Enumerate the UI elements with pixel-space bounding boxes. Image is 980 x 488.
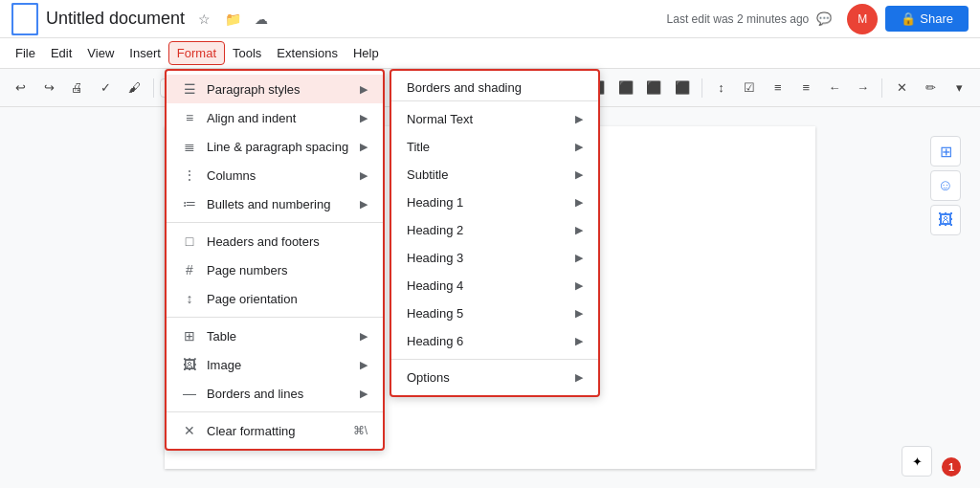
decrease-indent-button[interactable]: ←: [821, 75, 848, 101]
format-menu-paragraph-styles[interactable]: ☰ Paragraph styles ▶: [167, 75, 383, 103]
para-heading3-label: Heading 3: [407, 251, 463, 265]
format-menu-page-numbers[interactable]: # Page numbers: [167, 255, 383, 284]
table-arrow: ▶: [360, 330, 368, 343]
menu-format[interactable]: Format: [168, 41, 225, 65]
line-spacing-button[interactable]: ↕: [708, 75, 735, 101]
title-icons: ☆ 📁 ☁: [192, 8, 273, 31]
toolbar-separator-7: [881, 78, 882, 98]
spellcheck-button[interactable]: ✓: [93, 75, 120, 101]
borders-lines-icon: —: [182, 386, 197, 401]
para-heading1-label: Heading 1: [407, 195, 463, 210]
paint-format-button[interactable]: 🖌: [121, 75, 147, 101]
print-button[interactable]: 🖨: [64, 75, 91, 101]
increase-indent-button[interactable]: →: [850, 75, 877, 101]
para-subtitle[interactable]: Subtitle ▶: [391, 161, 598, 189]
para-submenu-header: Borders and shading: [391, 75, 598, 101]
svg-rect-2: [16, 11, 33, 12]
format-menu-clear-formatting[interactable]: ✕ Clear formatting ⌘\: [167, 416, 383, 445]
format-menu-headers-footers[interactable]: □ Headers and footers: [167, 227, 383, 255]
menu-edit[interactable]: Edit: [43, 42, 79, 64]
menu-file[interactable]: File: [8, 42, 43, 64]
folder-icon[interactable]: 📁: [221, 8, 244, 31]
format-menu-borders-lines[interactable]: — Borders and lines ▶: [167, 379, 383, 408]
fmt-divider-3: [167, 411, 383, 412]
format-menu-page-orientation[interactable]: ↕ Page orientation: [167, 284, 383, 313]
assistant-button[interactable]: ✦: [902, 446, 932, 477]
format-menu-table[interactable]: ⊞ Table ▶: [167, 322, 383, 350]
cloud-icon[interactable]: ☁: [250, 8, 273, 31]
share-icon: 🔒: [901, 11, 916, 26]
fmt-divider-1: [167, 222, 383, 223]
para-title[interactable]: Title ▶: [391, 133, 598, 161]
para-subtitle-label: Subtitle: [407, 167, 448, 182]
menu-tools[interactable]: Tools: [225, 42, 269, 64]
para-heading1-arrow: ▶: [575, 196, 583, 209]
star-icon[interactable]: ☆: [192, 8, 215, 31]
para-normal-text-arrow: ▶: [575, 113, 583, 125]
menu-help[interactable]: Help: [345, 42, 387, 64]
para-options[interactable]: Options ▶: [391, 364, 598, 391]
para-heading2[interactable]: Heading 2 ▶: [391, 216, 598, 244]
title-bar: Untitled document ☆ 📁 ☁ Last edit was 2 …: [0, 0, 980, 38]
borders-lines-arrow: ▶: [360, 388, 368, 400]
side-toolbar: ⊞ ☺ 🖼: [930, 136, 961, 235]
para-title-label: Title: [407, 140, 430, 154]
format-menu-bullets[interactable]: ≔ Bullets and numbering ▶: [167, 189, 383, 218]
justify-button[interactable]: ⬛: [669, 75, 696, 101]
menu-extensions[interactable]: Extensions: [269, 42, 345, 64]
para-heading6-label: Heading 6: [407, 334, 463, 348]
line-spacing-arrow: ▶: [360, 141, 368, 153]
top-right-actions: 💬 M 🔒 Share: [809, 4, 969, 34]
user-avatar[interactable]: M: [847, 4, 878, 34]
image-icon: 🖼: [182, 357, 197, 372]
side-add-button[interactable]: ⊞: [930, 136, 961, 166]
document-title: Untitled document: [46, 9, 185, 29]
page-numbers-icon: #: [182, 262, 197, 277]
align-right-button[interactable]: ⬛: [641, 75, 668, 101]
para-normal-text[interactable]: Normal Text ▶: [391, 105, 598, 133]
headers-footers-icon: □: [182, 233, 197, 249]
para-heading6[interactable]: Heading 6 ▶: [391, 327, 598, 355]
checklist-button[interactable]: ☑: [736, 75, 763, 101]
paragraph-styles-submenu: Borders and shading Normal Text ▶ Title …: [390, 69, 600, 397]
side-image-button[interactable]: 🖼: [930, 205, 961, 235]
page-orientation-icon: ↕: [182, 291, 197, 306]
side-emoji-button[interactable]: ☺: [930, 170, 961, 201]
format-menu-columns[interactable]: ⋮ Columns ▶: [167, 161, 383, 189]
columns-label: Columns: [207, 168, 256, 183]
redo-button[interactable]: ↪: [36, 75, 63, 101]
line-spacing-icon: ≣: [182, 139, 197, 154]
format-menu: ☰ Paragraph styles ▶ ≡ Align and indent …: [165, 69, 385, 451]
share-button[interactable]: 🔒 Share: [885, 6, 969, 32]
para-heading1[interactable]: Heading 1 ▶: [391, 189, 598, 216]
fmt-divider-2: [167, 317, 383, 318]
chevron-down-button[interactable]: ▾: [946, 75, 972, 101]
columns-icon: ⋮: [182, 167, 197, 183]
columns-arrow: ▶: [360, 169, 368, 182]
para-subtitle-arrow: ▶: [575, 168, 583, 181]
numbered-list-button[interactable]: ≡: [792, 75, 819, 101]
headers-footers-label: Headers and footers: [207, 234, 320, 249]
align-indent-label: Align and indent: [207, 111, 296, 125]
menu-insert[interactable]: Insert: [122, 42, 168, 64]
clear-format-button[interactable]: ✕: [888, 75, 915, 101]
format-menu-line-spacing[interactable]: ≣ Line & paragraph spacing ▶: [167, 132, 383, 161]
editing-mode-button[interactable]: ✏: [917, 75, 944, 101]
align-indent-icon: ≡: [182, 110, 197, 125]
bullets-arrow: ▶: [360, 198, 368, 211]
paragraph-styles-label: Paragraph styles: [207, 82, 301, 97]
para-heading6-arrow: ▶: [575, 335, 583, 347]
para-heading5[interactable]: Heading 5 ▶: [391, 299, 598, 327]
format-menu-image[interactable]: 🖼 Image ▶: [167, 350, 383, 379]
comment-button[interactable]: 💬: [809, 4, 839, 34]
image-label: Image: [207, 358, 241, 372]
bullet-list-button[interactable]: ≡: [765, 75, 791, 101]
para-heading4[interactable]: Heading 4 ▶: [391, 272, 598, 299]
undo-button[interactable]: ↩: [8, 75, 34, 101]
para-heading3[interactable]: Heading 3 ▶: [391, 244, 598, 272]
format-menu-align-indent[interactable]: ≡ Align and indent ▶: [167, 103, 383, 132]
menu-view[interactable]: View: [79, 42, 122, 64]
align-indent-arrow: ▶: [360, 112, 368, 124]
para-heading5-label: Heading 5: [407, 306, 463, 321]
align-center-button[interactable]: ⬛: [612, 75, 639, 101]
